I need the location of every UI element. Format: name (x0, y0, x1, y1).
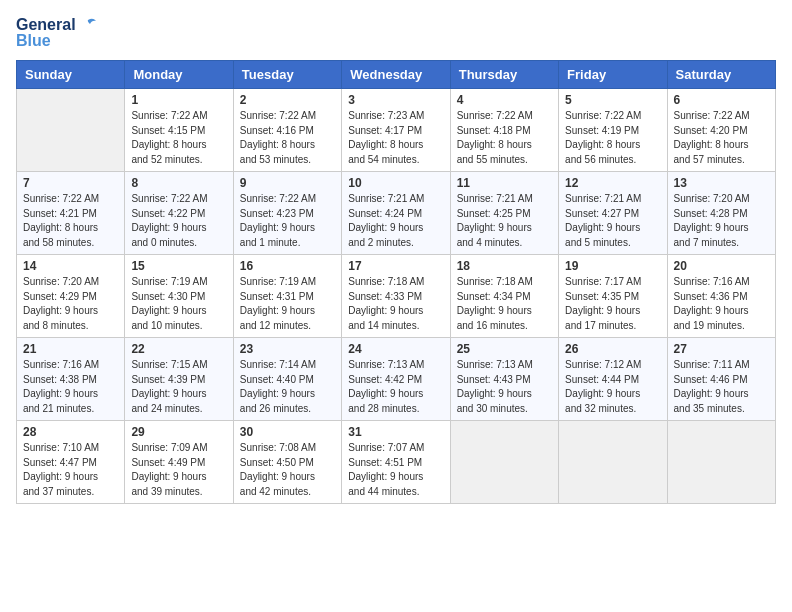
col-header-sunday: Sunday (17, 61, 125, 89)
day-cell: 7Sunrise: 7:22 AM Sunset: 4:21 PM Daylig… (17, 172, 125, 255)
day-info: Sunrise: 7:17 AM Sunset: 4:35 PM Dayligh… (565, 275, 660, 333)
day-number: 10 (348, 176, 443, 190)
day-info: Sunrise: 7:19 AM Sunset: 4:30 PM Dayligh… (131, 275, 226, 333)
col-header-friday: Friday (559, 61, 667, 89)
calendar-header-row: SundayMondayTuesdayWednesdayThursdayFrid… (17, 61, 776, 89)
day-number: 31 (348, 425, 443, 439)
day-info: Sunrise: 7:12 AM Sunset: 4:44 PM Dayligh… (565, 358, 660, 416)
col-header-saturday: Saturday (667, 61, 775, 89)
day-number: 2 (240, 93, 335, 107)
day-cell: 30Sunrise: 7:08 AM Sunset: 4:50 PM Dayli… (233, 421, 341, 504)
week-row-3: 14Sunrise: 7:20 AM Sunset: 4:29 PM Dayli… (17, 255, 776, 338)
day-cell: 3Sunrise: 7:23 AM Sunset: 4:17 PM Daylig… (342, 89, 450, 172)
calendar: SundayMondayTuesdayWednesdayThursdayFrid… (16, 60, 776, 504)
day-number: 3 (348, 93, 443, 107)
day-number: 19 (565, 259, 660, 273)
day-number: 22 (131, 342, 226, 356)
day-info: Sunrise: 7:11 AM Sunset: 4:46 PM Dayligh… (674, 358, 769, 416)
logo-bird-icon (78, 17, 98, 33)
day-number: 5 (565, 93, 660, 107)
day-info: Sunrise: 7:18 AM Sunset: 4:34 PM Dayligh… (457, 275, 552, 333)
day-cell: 11Sunrise: 7:21 AM Sunset: 4:25 PM Dayli… (450, 172, 558, 255)
day-info: Sunrise: 7:16 AM Sunset: 4:36 PM Dayligh… (674, 275, 769, 333)
day-info: Sunrise: 7:13 AM Sunset: 4:42 PM Dayligh… (348, 358, 443, 416)
day-info: Sunrise: 7:23 AM Sunset: 4:17 PM Dayligh… (348, 109, 443, 167)
day-info: Sunrise: 7:16 AM Sunset: 4:38 PM Dayligh… (23, 358, 118, 416)
day-cell: 21Sunrise: 7:16 AM Sunset: 4:38 PM Dayli… (17, 338, 125, 421)
day-cell: 29Sunrise: 7:09 AM Sunset: 4:49 PM Dayli… (125, 421, 233, 504)
day-number: 4 (457, 93, 552, 107)
day-info: Sunrise: 7:20 AM Sunset: 4:28 PM Dayligh… (674, 192, 769, 250)
day-info: Sunrise: 7:18 AM Sunset: 4:33 PM Dayligh… (348, 275, 443, 333)
day-number: 26 (565, 342, 660, 356)
day-info: Sunrise: 7:09 AM Sunset: 4:49 PM Dayligh… (131, 441, 226, 499)
day-info: Sunrise: 7:10 AM Sunset: 4:47 PM Dayligh… (23, 441, 118, 499)
day-cell: 5Sunrise: 7:22 AM Sunset: 4:19 PM Daylig… (559, 89, 667, 172)
day-info: Sunrise: 7:08 AM Sunset: 4:50 PM Dayligh… (240, 441, 335, 499)
day-number: 28 (23, 425, 118, 439)
day-number: 8 (131, 176, 226, 190)
day-cell: 1Sunrise: 7:22 AM Sunset: 4:15 PM Daylig… (125, 89, 233, 172)
day-number: 23 (240, 342, 335, 356)
day-info: Sunrise: 7:13 AM Sunset: 4:43 PM Dayligh… (457, 358, 552, 416)
day-number: 21 (23, 342, 118, 356)
day-number: 13 (674, 176, 769, 190)
day-info: Sunrise: 7:22 AM Sunset: 4:15 PM Dayligh… (131, 109, 226, 167)
day-info: Sunrise: 7:21 AM Sunset: 4:24 PM Dayligh… (348, 192, 443, 250)
day-info: Sunrise: 7:22 AM Sunset: 4:19 PM Dayligh… (565, 109, 660, 167)
day-cell: 12Sunrise: 7:21 AM Sunset: 4:27 PM Dayli… (559, 172, 667, 255)
day-cell: 17Sunrise: 7:18 AM Sunset: 4:33 PM Dayli… (342, 255, 450, 338)
day-number: 16 (240, 259, 335, 273)
day-info: Sunrise: 7:22 AM Sunset: 4:22 PM Dayligh… (131, 192, 226, 250)
day-number: 6 (674, 93, 769, 107)
day-info: Sunrise: 7:07 AM Sunset: 4:51 PM Dayligh… (348, 441, 443, 499)
day-cell: 13Sunrise: 7:20 AM Sunset: 4:28 PM Dayli… (667, 172, 775, 255)
day-cell: 10Sunrise: 7:21 AM Sunset: 4:24 PM Dayli… (342, 172, 450, 255)
day-cell: 20Sunrise: 7:16 AM Sunset: 4:36 PM Dayli… (667, 255, 775, 338)
day-cell: 22Sunrise: 7:15 AM Sunset: 4:39 PM Dayli… (125, 338, 233, 421)
day-cell: 14Sunrise: 7:20 AM Sunset: 4:29 PM Dayli… (17, 255, 125, 338)
col-header-monday: Monday (125, 61, 233, 89)
day-info: Sunrise: 7:14 AM Sunset: 4:40 PM Dayligh… (240, 358, 335, 416)
day-number: 11 (457, 176, 552, 190)
day-number: 20 (674, 259, 769, 273)
day-info: Sunrise: 7:19 AM Sunset: 4:31 PM Dayligh… (240, 275, 335, 333)
day-info: Sunrise: 7:22 AM Sunset: 4:20 PM Dayligh… (674, 109, 769, 167)
week-row-2: 7Sunrise: 7:22 AM Sunset: 4:21 PM Daylig… (17, 172, 776, 255)
day-info: Sunrise: 7:22 AM Sunset: 4:18 PM Dayligh… (457, 109, 552, 167)
day-number: 18 (457, 259, 552, 273)
day-cell (450, 421, 558, 504)
logo-blue-text: Blue (16, 32, 51, 50)
week-row-5: 28Sunrise: 7:10 AM Sunset: 4:47 PM Dayli… (17, 421, 776, 504)
day-number: 1 (131, 93, 226, 107)
day-info: Sunrise: 7:21 AM Sunset: 4:25 PM Dayligh… (457, 192, 552, 250)
day-number: 25 (457, 342, 552, 356)
day-cell: 15Sunrise: 7:19 AM Sunset: 4:30 PM Dayli… (125, 255, 233, 338)
day-number: 15 (131, 259, 226, 273)
day-cell: 18Sunrise: 7:18 AM Sunset: 4:34 PM Dayli… (450, 255, 558, 338)
col-header-wednesday: Wednesday (342, 61, 450, 89)
day-info: Sunrise: 7:20 AM Sunset: 4:29 PM Dayligh… (23, 275, 118, 333)
day-cell: 24Sunrise: 7:13 AM Sunset: 4:42 PM Dayli… (342, 338, 450, 421)
day-number: 14 (23, 259, 118, 273)
day-cell (667, 421, 775, 504)
col-header-tuesday: Tuesday (233, 61, 341, 89)
day-info: Sunrise: 7:22 AM Sunset: 4:23 PM Dayligh… (240, 192, 335, 250)
day-cell: 27Sunrise: 7:11 AM Sunset: 4:46 PM Dayli… (667, 338, 775, 421)
day-info: Sunrise: 7:21 AM Sunset: 4:27 PM Dayligh… (565, 192, 660, 250)
week-row-1: 1Sunrise: 7:22 AM Sunset: 4:15 PM Daylig… (17, 89, 776, 172)
day-cell: 16Sunrise: 7:19 AM Sunset: 4:31 PM Dayli… (233, 255, 341, 338)
week-row-4: 21Sunrise: 7:16 AM Sunset: 4:38 PM Dayli… (17, 338, 776, 421)
day-number: 27 (674, 342, 769, 356)
day-number: 7 (23, 176, 118, 190)
day-number: 24 (348, 342, 443, 356)
day-number: 29 (131, 425, 226, 439)
day-cell: 28Sunrise: 7:10 AM Sunset: 4:47 PM Dayli… (17, 421, 125, 504)
day-cell: 25Sunrise: 7:13 AM Sunset: 4:43 PM Dayli… (450, 338, 558, 421)
logo: General Blue (16, 16, 98, 50)
day-cell: 4Sunrise: 7:22 AM Sunset: 4:18 PM Daylig… (450, 89, 558, 172)
day-cell (559, 421, 667, 504)
day-number: 9 (240, 176, 335, 190)
day-info: Sunrise: 7:22 AM Sunset: 4:16 PM Dayligh… (240, 109, 335, 167)
day-cell: 19Sunrise: 7:17 AM Sunset: 4:35 PM Dayli… (559, 255, 667, 338)
